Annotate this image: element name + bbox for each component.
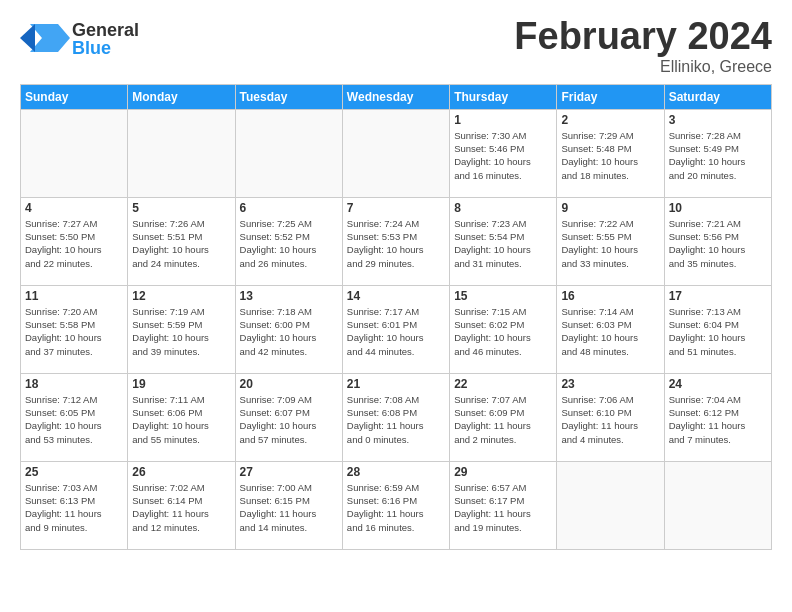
day-number: 8 [454,201,552,215]
calendar-cell: 22Sunrise: 7:07 AM Sunset: 6:09 PM Dayli… [450,373,557,461]
day-info: Sunrise: 7:18 AM Sunset: 6:00 PM Dayligh… [240,305,338,358]
calendar-cell: 12Sunrise: 7:19 AM Sunset: 5:59 PM Dayli… [128,285,235,373]
calendar-cell: 10Sunrise: 7:21 AM Sunset: 5:56 PM Dayli… [664,197,771,285]
day-info: Sunrise: 7:23 AM Sunset: 5:54 PM Dayligh… [454,217,552,270]
calendar-cell: 15Sunrise: 7:15 AM Sunset: 6:02 PM Dayli… [450,285,557,373]
calendar-cell: 5Sunrise: 7:26 AM Sunset: 5:51 PM Daylig… [128,197,235,285]
calendar-week-1: 1Sunrise: 7:30 AM Sunset: 5:46 PM Daylig… [21,109,772,197]
day-number: 22 [454,377,552,391]
calendar-cell: 8Sunrise: 7:23 AM Sunset: 5:54 PM Daylig… [450,197,557,285]
calendar-cell [664,461,771,549]
calendar-cell [21,109,128,197]
day-number: 24 [669,377,767,391]
calendar-cell: 25Sunrise: 7:03 AM Sunset: 6:13 PM Dayli… [21,461,128,549]
day-info: Sunrise: 6:57 AM Sunset: 6:17 PM Dayligh… [454,481,552,534]
logo-icon [20,16,70,61]
day-number: 7 [347,201,445,215]
day-info: Sunrise: 6:59 AM Sunset: 6:16 PM Dayligh… [347,481,445,534]
calendar-cell: 24Sunrise: 7:04 AM Sunset: 6:12 PM Dayli… [664,373,771,461]
day-number: 20 [240,377,338,391]
calendar-cell: 26Sunrise: 7:02 AM Sunset: 6:14 PM Dayli… [128,461,235,549]
calendar-cell: 13Sunrise: 7:18 AM Sunset: 6:00 PM Dayli… [235,285,342,373]
day-number: 4 [25,201,123,215]
day-info: Sunrise: 7:03 AM Sunset: 6:13 PM Dayligh… [25,481,123,534]
day-number: 28 [347,465,445,479]
calendar-cell: 19Sunrise: 7:11 AM Sunset: 6:06 PM Dayli… [128,373,235,461]
day-number: 18 [25,377,123,391]
day-number: 17 [669,289,767,303]
day-info: Sunrise: 7:26 AM Sunset: 5:51 PM Dayligh… [132,217,230,270]
calendar-cell: 21Sunrise: 7:08 AM Sunset: 6:08 PM Dayli… [342,373,449,461]
day-number: 21 [347,377,445,391]
day-info: Sunrise: 7:00 AM Sunset: 6:15 PM Dayligh… [240,481,338,534]
day-number: 27 [240,465,338,479]
calendar-week-2: 4Sunrise: 7:27 AM Sunset: 5:50 PM Daylig… [21,197,772,285]
calendar-cell [342,109,449,197]
calendar-table: SundayMondayTuesdayWednesdayThursdayFrid… [20,84,772,550]
calendar-header-friday: Friday [557,84,664,109]
title-block: February 2024 Elliniko, Greece [514,16,772,76]
calendar-cell: 11Sunrise: 7:20 AM Sunset: 5:58 PM Dayli… [21,285,128,373]
calendar-cell: 18Sunrise: 7:12 AM Sunset: 6:05 PM Dayli… [21,373,128,461]
calendar-cell: 6Sunrise: 7:25 AM Sunset: 5:52 PM Daylig… [235,197,342,285]
day-number: 13 [240,289,338,303]
calendar-cell: 17Sunrise: 7:13 AM Sunset: 6:04 PM Dayli… [664,285,771,373]
day-info: Sunrise: 7:29 AM Sunset: 5:48 PM Dayligh… [561,129,659,182]
calendar-cell: 14Sunrise: 7:17 AM Sunset: 6:01 PM Dayli… [342,285,449,373]
calendar-cell: 9Sunrise: 7:22 AM Sunset: 5:55 PM Daylig… [557,197,664,285]
calendar-header-wednesday: Wednesday [342,84,449,109]
day-info: Sunrise: 7:19 AM Sunset: 5:59 PM Dayligh… [132,305,230,358]
day-number: 2 [561,113,659,127]
day-number: 11 [25,289,123,303]
calendar-cell: 2Sunrise: 7:29 AM Sunset: 5:48 PM Daylig… [557,109,664,197]
day-number: 3 [669,113,767,127]
calendar-header-thursday: Thursday [450,84,557,109]
calendar-header-saturday: Saturday [664,84,771,109]
day-info: Sunrise: 7:11 AM Sunset: 6:06 PM Dayligh… [132,393,230,446]
calendar-cell: 20Sunrise: 7:09 AM Sunset: 6:07 PM Dayli… [235,373,342,461]
month-year-title: February 2024 [514,16,772,58]
day-info: Sunrise: 7:06 AM Sunset: 6:10 PM Dayligh… [561,393,659,446]
svg-marker-1 [20,24,35,52]
calendar-cell: 23Sunrise: 7:06 AM Sunset: 6:10 PM Dayli… [557,373,664,461]
day-info: Sunrise: 7:07 AM Sunset: 6:09 PM Dayligh… [454,393,552,446]
calendar-cell: 28Sunrise: 6:59 AM Sunset: 6:16 PM Dayli… [342,461,449,549]
day-number: 1 [454,113,552,127]
calendar-cell [235,109,342,197]
day-number: 23 [561,377,659,391]
calendar-cell: 4Sunrise: 7:27 AM Sunset: 5:50 PM Daylig… [21,197,128,285]
calendar-cell: 1Sunrise: 7:30 AM Sunset: 5:46 PM Daylig… [450,109,557,197]
calendar-page: General Blue February 2024 Elliniko, Gre… [0,0,792,560]
day-number: 25 [25,465,123,479]
logo: General Blue [20,16,139,61]
calendar-week-3: 11Sunrise: 7:20 AM Sunset: 5:58 PM Dayli… [21,285,772,373]
day-info: Sunrise: 7:21 AM Sunset: 5:56 PM Dayligh… [669,217,767,270]
calendar-cell: 7Sunrise: 7:24 AM Sunset: 5:53 PM Daylig… [342,197,449,285]
day-number: 6 [240,201,338,215]
header: General Blue February 2024 Elliniko, Gre… [20,16,772,76]
day-number: 14 [347,289,445,303]
calendar-header-tuesday: Tuesday [235,84,342,109]
day-info: Sunrise: 7:28 AM Sunset: 5:49 PM Dayligh… [669,129,767,182]
day-info: Sunrise: 7:27 AM Sunset: 5:50 PM Dayligh… [25,217,123,270]
day-info: Sunrise: 7:08 AM Sunset: 6:08 PM Dayligh… [347,393,445,446]
logo-wordmark: General Blue [72,21,139,57]
day-info: Sunrise: 7:24 AM Sunset: 5:53 PM Dayligh… [347,217,445,270]
day-info: Sunrise: 7:13 AM Sunset: 6:04 PM Dayligh… [669,305,767,358]
day-info: Sunrise: 7:12 AM Sunset: 6:05 PM Dayligh… [25,393,123,446]
day-info: Sunrise: 7:15 AM Sunset: 6:02 PM Dayligh… [454,305,552,358]
day-info: Sunrise: 7:20 AM Sunset: 5:58 PM Dayligh… [25,305,123,358]
logo-general-text: General [72,21,139,39]
day-number: 29 [454,465,552,479]
day-info: Sunrise: 7:14 AM Sunset: 6:03 PM Dayligh… [561,305,659,358]
logo-blue-text: Blue [72,39,139,57]
location-text: Elliniko, Greece [514,58,772,76]
day-info: Sunrise: 7:09 AM Sunset: 6:07 PM Dayligh… [240,393,338,446]
day-number: 12 [132,289,230,303]
calendar-week-5: 25Sunrise: 7:03 AM Sunset: 6:13 PM Dayli… [21,461,772,549]
day-number: 9 [561,201,659,215]
day-number: 16 [561,289,659,303]
day-info: Sunrise: 7:22 AM Sunset: 5:55 PM Dayligh… [561,217,659,270]
day-info: Sunrise: 7:02 AM Sunset: 6:14 PM Dayligh… [132,481,230,534]
calendar-cell: 27Sunrise: 7:00 AM Sunset: 6:15 PM Dayli… [235,461,342,549]
